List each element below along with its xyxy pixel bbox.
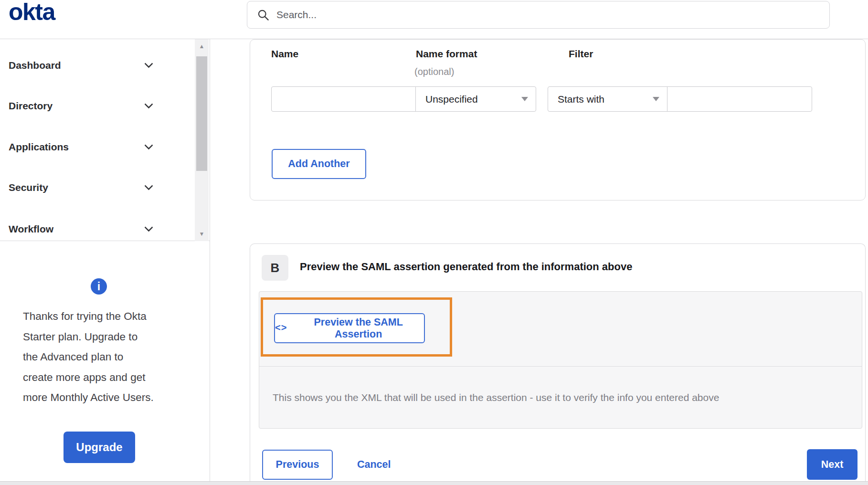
preview-saml-assertion-button[interactable]: <> Preview the SAML Assertion [274, 313, 425, 343]
sidebar-item-security[interactable]: Security [9, 177, 152, 198]
sidebar-item-directory[interactable]: Directory [9, 95, 152, 116]
preview-assertion-card: B Preview the SAML assertion generated f… [250, 243, 866, 481]
preview-description: This shows you the XML that will be used… [259, 366, 862, 429]
sidebar-item-label: Applications [9, 141, 69, 153]
name-format-select[interactable]: Unspecified [415, 86, 536, 112]
promo-line: more Monthly Active Users. [23, 388, 188, 408]
plan-promo-text: Thanks for trying the Okta Starter plan.… [23, 306, 188, 408]
scrollbar-thumb[interactable] [196, 56, 207, 171]
info-icon: i [91, 278, 107, 295]
name-column-label: Name [271, 48, 298, 60]
filter-operator-selected-value: Starts with [558, 94, 604, 105]
sidebar-item-label: Directory [9, 100, 53, 112]
cancel-link[interactable]: Cancel [357, 450, 391, 480]
filter-column-label: Filter [569, 48, 593, 60]
filter-value-input[interactable] [667, 86, 812, 112]
add-another-button[interactable]: Add Another [272, 149, 366, 179]
chevron-down-icon [144, 59, 153, 68]
okta-logo: okta [9, 0, 55, 26]
search-icon [257, 9, 270, 21]
scroll-up-icon[interactable]: ▲ [195, 40, 209, 53]
preview-panel: This shows you the XML that will be used… [259, 291, 862, 429]
name-format-selected-value: Unspecified [425, 94, 478, 105]
top-header: okta [0, 0, 868, 39]
okta-admin-page: okta Dashboard Directory Applications [0, 0, 868, 485]
preview-button-label: Preview the SAML Assertion [293, 316, 424, 340]
promo-line: Starter plan. Upgrade to [23, 327, 188, 348]
dropdown-arrow-icon [653, 97, 659, 101]
sidebar-item-applications[interactable]: Applications [9, 137, 152, 158]
dropdown-arrow-icon [521, 97, 528, 101]
previous-button[interactable]: Previous [262, 450, 333, 480]
sidebar-nav: Dashboard Directory Applications Securit… [0, 39, 210, 241]
scroll-down-icon[interactable]: ▼ [195, 228, 209, 240]
sidebar: Dashboard Directory Applications Securit… [0, 39, 210, 485]
sidebar-item-workflow[interactable]: Workflow [9, 219, 152, 240]
chevron-down-icon [144, 100, 153, 108]
upgrade-button[interactable]: Upgrade [64, 432, 135, 463]
sidebar-item-label: Dashboard [9, 60, 61, 71]
search-input[interactable] [276, 9, 820, 21]
sidebar-item-label: Security [9, 182, 48, 193]
sidebar-item-dashboard[interactable]: Dashboard [9, 55, 152, 76]
promo-line: Thanks for trying the Okta [23, 306, 188, 327]
global-search[interactable] [247, 1, 830, 29]
chevron-down-icon [144, 181, 153, 190]
next-button[interactable]: Next [807, 449, 857, 480]
filter-operator-select[interactable]: Starts with [548, 86, 667, 112]
sidebar-scrollbar[interactable]: ▲ ▼ [195, 39, 209, 241]
attribute-name-input[interactable] [271, 86, 416, 112]
optional-label: (optional) [414, 66, 454, 77]
promo-line: the Advanced plan to [23, 347, 188, 368]
attribute-statements-card: Name Name format (optional) Filter Unspe… [250, 39, 866, 200]
name-format-column-label: Name format [416, 48, 477, 60]
chevron-down-icon [144, 141, 153, 149]
preview-section-title: Preview the SAML assertion generated fro… [300, 261, 632, 273]
step-b-badge: B [262, 255, 288, 281]
bottom-scroll-strip [0, 481, 868, 485]
chevron-down-icon [144, 223, 153, 232]
sidebar-item-label: Workflow [9, 223, 53, 235]
promo-line: create more apps and get [23, 368, 188, 388]
code-icon: <> [275, 322, 287, 333]
